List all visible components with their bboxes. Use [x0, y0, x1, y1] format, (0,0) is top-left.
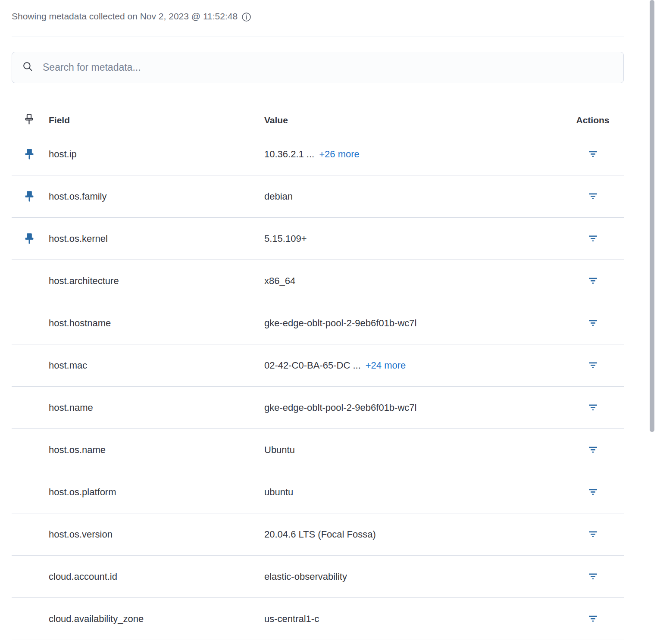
field-value: gke-edge-oblt-pool-2-9eb6f01b-wc7l: [264, 402, 416, 413]
field-value: 10.36.2.1 ...: [264, 149, 314, 160]
metadata-panel: Showing metadata collected on Nov 2, 202…: [0, 10, 657, 640]
pin-cell: [12, 613, 49, 625]
filter-icon[interactable]: [588, 445, 598, 455]
value-cell: 20.04.6 LTS (Focal Fossa): [264, 529, 562, 540]
field-name: cloud.availability_zone: [49, 613, 264, 625]
field-name: host.name: [49, 402, 264, 413]
actions-cell: [562, 276, 624, 286]
value-cell: 10.36.2.1 ... +26 more: [264, 149, 562, 160]
value-cell: debian: [264, 191, 562, 202]
value-cell: us-central1-c: [264, 613, 562, 625]
table-row: cloud.account.id elastic-observability: [12, 556, 624, 598]
value-cell: ubuntu: [264, 487, 562, 498]
field-value: x86_64: [264, 275, 295, 287]
field-name: host.os.version: [49, 529, 264, 540]
field-name: cloud.account.id: [49, 571, 264, 582]
actions-cell: [562, 360, 624, 370]
search-input[interactable]: [43, 62, 613, 73]
pin-cell: [12, 233, 49, 245]
value-cell: elastic-observability: [264, 571, 562, 582]
table-row: host.mac 02-42-C0-BA-65-DC ... +24 more: [12, 344, 624, 387]
table-row: host.name gke-edge-oblt-pool-2-9eb6f01b-…: [12, 387, 624, 429]
field-name: host.os.name: [49, 444, 264, 456]
actions-cell: [562, 445, 624, 455]
divider: [12, 37, 624, 37]
field-column-header: Field: [49, 115, 264, 125]
field-value: elastic-observability: [264, 571, 347, 582]
table-row: host.os.platform ubuntu: [12, 471, 624, 513]
table-row: host.os.kernel 5.15.109+: [12, 218, 624, 260]
filter-icon[interactable]: [588, 403, 598, 413]
filter-icon[interactable]: [588, 360, 598, 370]
actions-column-header: Actions: [562, 115, 624, 125]
actions-cell: [562, 234, 624, 244]
table-body: host.ip 10.36.2.1 ... +26 more: [12, 133, 624, 640]
status-text: Showing metadata collected on Nov 2, 202…: [12, 11, 238, 22]
pin-icon[interactable]: [24, 233, 35, 245]
actions-cell: [562, 487, 624, 497]
search-icon: [22, 61, 33, 74]
actions-cell: [562, 572, 624, 581]
field-value: 02-42-C0-BA-65-DC ...: [264, 360, 361, 371]
pin-column-header: [12, 113, 49, 127]
field-value: gke-edge-oblt-pool-2-9eb6f01b-wc7l: [264, 318, 416, 329]
filter-icon[interactable]: [588, 191, 598, 201]
table-row: cloud.availability_zone us-central1-c: [12, 598, 624, 640]
value-cell: gke-edge-oblt-pool-2-9eb6f01b-wc7l: [264, 318, 562, 329]
table-row: host.ip 10.36.2.1 ... +26 more: [12, 133, 624, 175]
actions-cell: [562, 318, 624, 328]
pin-cell: [12, 528, 49, 541]
more-link[interactable]: +24 more: [366, 360, 406, 371]
value-cell: x86_64: [264, 275, 562, 287]
actions-cell: [562, 149, 624, 159]
actions-cell: [562, 403, 624, 413]
field-name: host.os.platform: [49, 487, 264, 498]
value-column-header: Value: [264, 115, 562, 125]
value-cell: gke-edge-oblt-pool-2-9eb6f01b-wc7l: [264, 402, 562, 413]
pin-cell: [12, 486, 49, 498]
table-header-row: Field Value Actions: [12, 107, 624, 133]
pin-cell: [12, 444, 49, 456]
metadata-table: Field Value Actions host.ip 10.36.2.1 ..…: [12, 107, 624, 640]
field-name: host.architecture: [49, 275, 264, 287]
actions-cell: [562, 614, 624, 624]
field-value: us-central1-c: [264, 613, 319, 625]
pin-cell: [12, 360, 49, 372]
more-link[interactable]: +26 more: [319, 149, 360, 160]
scrollbar-thumb[interactable]: [650, 0, 654, 432]
filter-icon[interactable]: [588, 614, 598, 624]
value-cell: Ubuntu: [264, 444, 562, 456]
filter-icon[interactable]: [588, 487, 598, 497]
table-row: host.os.version 20.04.6 LTS (Focal Fossa…: [12, 513, 624, 556]
pin-icon[interactable]: [24, 191, 35, 203]
table-row: host.os.name Ubuntu: [12, 429, 624, 471]
field-value: debian: [264, 191, 293, 202]
pin-outline-icon: [24, 113, 34, 127]
filter-icon[interactable]: [588, 318, 598, 328]
pin-cell: [12, 317, 49, 329]
filter-icon[interactable]: [588, 529, 598, 539]
filter-icon[interactable]: [588, 149, 598, 159]
field-name: host.mac: [49, 360, 264, 371]
field-name: host.hostname: [49, 318, 264, 329]
info-icon[interactable]: [241, 12, 251, 22]
scrollbar-track[interactable]: [649, 0, 657, 644]
filter-icon[interactable]: [588, 234, 598, 244]
field-name: host.os.family: [49, 191, 264, 202]
field-value: ubuntu: [264, 487, 293, 498]
table-row: host.architecture x86_64: [12, 260, 624, 302]
field-value: 5.15.109+: [264, 233, 307, 244]
pin-icon[interactable]: [24, 148, 35, 160]
field-value: 20.04.6 LTS (Focal Fossa): [264, 529, 376, 540]
status-row: Showing metadata collected on Nov 2, 202…: [12, 10, 624, 22]
filter-icon[interactable]: [588, 572, 598, 581]
pin-cell: [12, 191, 49, 203]
filter-icon[interactable]: [588, 276, 598, 286]
pin-cell: [12, 148, 49, 160]
table-row: host.hostname gke-edge-oblt-pool-2-9eb6f…: [12, 302, 624, 344]
value-cell: 5.15.109+: [264, 233, 562, 244]
pin-cell: [12, 571, 49, 583]
pin-cell: [12, 275, 49, 287]
pin-cell: [12, 402, 49, 414]
value-cell: 02-42-C0-BA-65-DC ... +24 more: [264, 360, 562, 371]
